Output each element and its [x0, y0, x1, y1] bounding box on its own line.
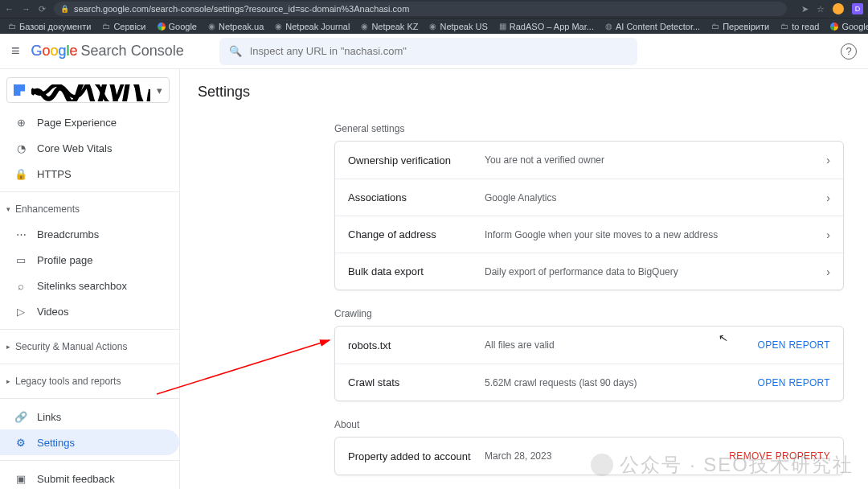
bookmark-item[interactable]: ◍AI Content Detector...: [605, 22, 700, 31]
sidebar-item-profile-page[interactable]: ▭Profile page: [0, 247, 179, 273]
section-label-crawling: Crawling: [334, 308, 844, 319]
bookmark-item[interactable]: 🗀Перевірити: [711, 22, 769, 31]
folder-icon: 🗀: [711, 22, 719, 31]
dot-icon: ◉: [208, 22, 215, 31]
speed-icon: ◔: [14, 142, 27, 154]
sidebar-item-links[interactable]: 🔗Links: [0, 404, 179, 429]
bookmark-item[interactable]: 🗀Базові документи: [8, 22, 91, 31]
card-icon: ▭: [14, 254, 27, 266]
search-icon: 🔍: [229, 45, 242, 57]
row-ownership-verification[interactable]: Ownership verification You are not a ver…: [335, 142, 843, 179]
bookmark-item[interactable]: Google: [158, 22, 197, 31]
row-bulk-data-export[interactable]: Bulk data export Daily export of perform…: [335, 253, 843, 290]
chevron-right-icon: ›: [826, 228, 830, 241]
sidebar-item-videos[interactable]: ▷Videos: [0, 298, 179, 324]
divider: [0, 364, 179, 364]
feedback-icon: ▣: [14, 473, 27, 485]
general-settings-card: Ownership verification You are not a ver…: [334, 141, 844, 290]
back-icon[interactable]: ←: [5, 4, 14, 14]
row-change-of-address[interactable]: Change of address Inform Google when you…: [335, 216, 843, 253]
row-property-added[interactable]: Property added to account March 28, 2023…: [335, 438, 843, 475]
property-selector[interactable]: ▾: [6, 77, 170, 103]
remove-property-link[interactable]: REMOVE PROPERTY: [729, 450, 830, 462]
folder-icon: 🗀: [8, 22, 16, 31]
page-title: Settings: [198, 84, 844, 101]
bookmark-icon: [14, 84, 25, 96]
dot-icon: ◉: [361, 22, 368, 31]
product-logo[interactable]: Google Search Console: [31, 43, 184, 60]
main-content: Settings General settings Ownership veri…: [180, 69, 868, 489]
divider: [0, 460, 179, 461]
sidebar-item-sitelinks-searchbox[interactable]: ⌕Sitelinks searchbox: [0, 273, 179, 298]
eye-icon: ◍: [605, 22, 612, 31]
chevron-right-icon: ▸: [6, 377, 10, 385]
search-input[interactable]: [250, 45, 628, 57]
bookmark-item[interactable]: ◉Netpeak Journal: [275, 22, 350, 31]
chevron-right-icon: ›: [826, 154, 830, 166]
bookmark-item[interactable]: ◉Netpeak.ua: [208, 22, 264, 31]
sidebar-group-enhancements[interactable]: ▾Enhancements: [0, 197, 179, 221]
google-logo-text: Google: [31, 43, 78, 60]
gear-icon: ⚙: [14, 437, 27, 449]
help-icon[interactable]: ?: [841, 43, 857, 60]
sidebar-item-page-experience[interactable]: ⊕Page Experience: [0, 109, 179, 135]
bookmark-item[interactable]: Google: [830, 22, 868, 31]
address-bar[interactable]: 🔒 search.google.com/search-console/setti…: [54, 2, 787, 16]
profile-orange-icon[interactable]: [833, 3, 844, 14]
bookmark-item[interactable]: 🗀Сервіси: [102, 22, 145, 31]
forward-icon[interactable]: →: [22, 4, 31, 14]
open-report-link[interactable]: OPEN REPORT: [758, 339, 830, 351]
reload-icon[interactable]: ⟳: [39, 4, 46, 14]
dot-icon: ◉: [275, 22, 282, 31]
crawling-card: robots.txt All files are valid OPEN REPO…: [334, 326, 844, 401]
menu-icon[interactable]: ≡: [11, 43, 20, 60]
section-label-general: General settings: [334, 123, 844, 134]
sidebar-item-https[interactable]: 🔒HTTPS: [0, 161, 179, 187]
product-name: Search Console: [81, 43, 184, 60]
google-icon: [158, 23, 166, 31]
open-report-link[interactable]: OPEN REPORT: [758, 377, 830, 388]
sidebar-group-security[interactable]: ▸Security & Manual Actions: [0, 335, 179, 359]
chevron-down-icon: ▾: [157, 84, 162, 97]
about-card: Property added to account March 28, 2023…: [334, 437, 844, 475]
bookmark-item[interactable]: ◉Netpeak KZ: [361, 22, 418, 31]
folder-icon: 🗀: [780, 22, 788, 31]
chevron-right-icon: ›: [826, 265, 830, 278]
sidebar: ▾ ⊕Page Experience ◔Core Web Vitals 🔒HTT…: [0, 69, 180, 489]
google-icon: [830, 23, 838, 31]
breadcrumbs-icon: ⋯: [14, 228, 27, 240]
folder-icon: 🗀: [102, 22, 110, 31]
bookmarks-bar: 🗀Базові документи 🗀Сервіси Google ◉Netpe…: [0, 18, 868, 34]
lock-icon: 🔒: [60, 5, 69, 13]
app-header: ≡ Google Search Console 🔍 ?: [0, 34, 868, 69]
bookmark-item[interactable]: ◉Netpeak US: [429, 22, 487, 31]
sidebar-item-submit-feedback[interactable]: ▣Submit feedback: [0, 466, 179, 489]
lock-icon: 🔒: [14, 168, 27, 180]
row-associations[interactable]: Associations Google Analytics ›: [335, 179, 843, 216]
chevron-right-icon: ▸: [6, 343, 10, 351]
links-icon: 🔗: [14, 411, 27, 423]
sidebar-item-breadcrumbs[interactable]: ⋯Breadcrumbs: [0, 221, 179, 247]
chevron-right-icon: ›: [826, 191, 830, 204]
sidebar-item-core-web-vitals[interactable]: ◔Core Web Vitals: [0, 135, 179, 161]
share-icon[interactable]: ➤: [801, 4, 809, 14]
row-crawl-stats[interactable]: Crawl stats 5.62M crawl requests (last 9…: [335, 364, 843, 401]
bookmark-item[interactable]: ▦RadASO – App Mar...: [499, 22, 594, 31]
video-icon: ▷: [14, 306, 27, 318]
section-label-about: About: [334, 419, 844, 430]
bookmark-item[interactable]: 🗀to read: [780, 22, 819, 31]
searchbox-icon: ⌕: [14, 280, 27, 292]
browser-toolbar: ← → ⟳ 🔒 search.google.com/search-console…: [0, 0, 868, 18]
dot-icon: ◉: [429, 22, 436, 31]
star-icon[interactable]: ☆: [817, 4, 825, 14]
row-robots-txt[interactable]: robots.txt All files are valid OPEN REPO…: [335, 327, 843, 364]
url-text: search.google.com/search-console/setting…: [74, 4, 409, 14]
plus-circle-icon: ⊕: [14, 117, 27, 129]
url-inspect-search[interactable]: 🔍: [219, 38, 637, 65]
sidebar-group-legacy[interactable]: ▸Legacy tools and reports: [0, 369, 179, 393]
chevron-down-icon: ▾: [6, 205, 10, 213]
property-name: [31, 84, 150, 96]
sidebar-item-settings[interactable]: ⚙Settings: [0, 429, 179, 455]
box-icon: ▦: [499, 22, 506, 31]
extension-d-icon[interactable]: D: [852, 3, 863, 14]
